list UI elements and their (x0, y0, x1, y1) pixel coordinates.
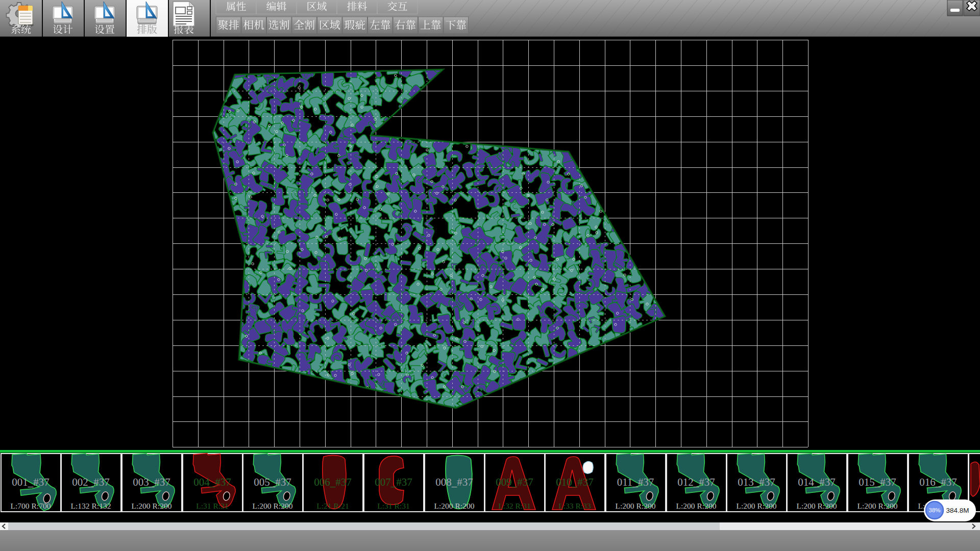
svg-text:L:32 R:31: L:32 R:31 (498, 502, 530, 510)
svg-text:L:21 R:21: L:21 R:21 (316, 502, 349, 510)
svg-text:L:200 R:200: L:200 R:200 (253, 502, 293, 510)
svg-text:L:31 R:31: L:31 R:31 (196, 502, 228, 510)
svg-text:004_#37: 004_#37 (193, 476, 231, 488)
svg-text:L:31 R:31: L:31 R:31 (377, 502, 409, 510)
svg-text:014_#37: 014_#37 (798, 476, 836, 488)
svg-text:011_#37: 011_#37 (617, 476, 654, 488)
svg-text:001_#37: 001_#37 (12, 476, 50, 488)
svg-text:L:33 R:33: L:33 R:33 (558, 502, 591, 510)
svg-text:005_#37: 005_#37 (254, 476, 291, 488)
svg-text:L:700 R:700: L:700 R:700 (11, 502, 51, 510)
svg-text:002_#37: 002_#37 (72, 476, 110, 488)
svg-text:009_#37: 009_#37 (496, 476, 533, 488)
svg-text:008_#37: 008_#37 (435, 476, 473, 488)
svg-text:L:200 R:200: L:200 R:200 (797, 502, 837, 510)
svg-text:384.8M: 384.8M (946, 507, 969, 514)
svg-text:L:132 R:132: L:132 R:132 (71, 502, 111, 510)
svg-text:38%: 38% (928, 507, 940, 513)
svg-text:L:200 R:200: L:200 R:200 (676, 502, 717, 510)
svg-text:013_#37: 013_#37 (738, 476, 775, 488)
svg-text:006_#37: 006_#37 (314, 476, 352, 488)
svg-text:015_#37: 015_#37 (859, 476, 896, 488)
svg-text:L:200 R:200: L:200 R:200 (616, 502, 656, 510)
svg-text:L:200 R:200: L:200 R:200 (434, 502, 475, 510)
svg-text:003_#37: 003_#37 (133, 476, 170, 488)
svg-text:016_#37: 016_#37 (919, 476, 957, 488)
svg-text:L:200 R:200: L:200 R:200 (857, 502, 898, 510)
svg-text:010_#37: 010_#37 (556, 476, 594, 488)
svg-text:012_#37: 012_#37 (677, 476, 715, 488)
svg-text:007_#37: 007_#37 (375, 476, 412, 488)
svg-text:L:200 R:200: L:200 R:200 (132, 502, 172, 510)
svg-text:L:200 R:200: L:200 R:200 (737, 502, 777, 510)
